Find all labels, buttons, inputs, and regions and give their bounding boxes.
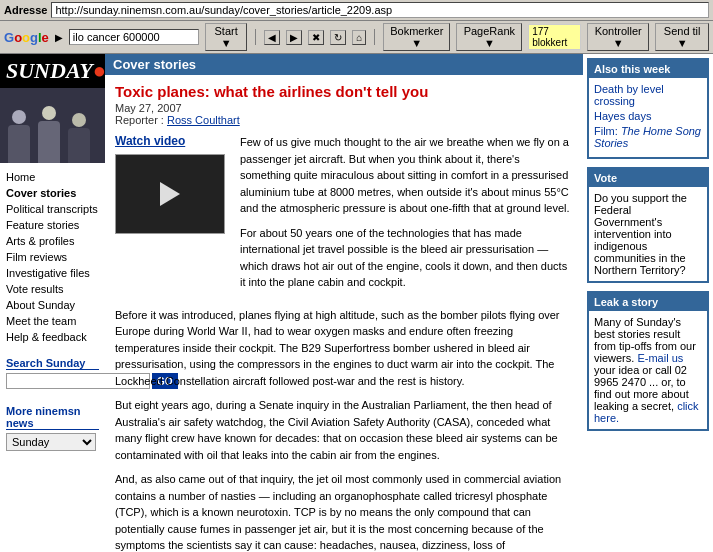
google-search-input[interactable]: [69, 29, 199, 45]
also-this-week-content: Death by level crossing Hayes days Film:…: [589, 78, 707, 157]
video-section: Watch video: [115, 134, 230, 299]
nav-film-reviews[interactable]: Film reviews: [6, 249, 105, 265]
toolbar: Google ▶ Start ▼ ◀ ▶ ✖ ↻ ⌂ Bokmerker ▼ P…: [0, 21, 713, 54]
nav-vote-results[interactable]: Vote results: [6, 281, 105, 297]
watch-video-link[interactable]: Watch video: [115, 134, 230, 148]
reporter-link[interactable]: Ross Coulthart: [167, 114, 240, 126]
cover-header: Cover stories: [105, 54, 583, 75]
also-this-week-header: Also this week: [589, 60, 707, 78]
article-reporter: Reporter : Ross Coulthart: [115, 114, 573, 126]
more-news-section: More ninemsn news Sunday News Sport Fina…: [0, 399, 105, 457]
search-label: Search Sunday: [6, 357, 99, 370]
also-link-3[interactable]: Film: The Home Song Stories: [594, 125, 702, 149]
address-label: Adresse: [4, 4, 47, 16]
pagerank-button[interactable]: PageRank ▼: [456, 23, 522, 51]
stop-button[interactable]: ✖: [308, 30, 324, 45]
article-top: Watch video Few of us give much thought …: [115, 134, 573, 299]
nav-cover-stories[interactable]: Cover stories: [6, 185, 105, 201]
more-news-select[interactable]: Sunday News Sport Finance: [6, 433, 96, 451]
main-wrap: SUNDAY● Home Cove: [0, 54, 713, 552]
also-link-2[interactable]: Hayes days: [594, 110, 702, 122]
person-2: [35, 106, 63, 163]
vote-content: Do you support the Federal Government's …: [589, 187, 707, 281]
address-bar: Adresse: [0, 0, 713, 21]
right-sidebar: Also this week Death by level crossing H…: [583, 54, 713, 552]
article-area: Toxic planes: what the airlines don't te…: [105, 75, 583, 552]
home-button[interactable]: ⌂: [352, 30, 366, 45]
logo-text: SUNDAY: [6, 58, 93, 83]
bookmarks-button[interactable]: Bokmerker ▼: [383, 23, 450, 51]
send-button[interactable]: Send til ▼: [655, 23, 709, 51]
logo-area: SUNDAY●: [0, 54, 105, 88]
logo-photo: [0, 88, 105, 163]
leak-click-link[interactable]: click here.: [594, 400, 699, 424]
nav-meet-team[interactable]: Meet the team: [6, 313, 105, 329]
more-news-label: More ninemsn news: [6, 405, 99, 430]
nav-political-transcripts[interactable]: Political transcripts: [6, 201, 105, 217]
article-content-continued: Before it was introduced, planes flying …: [115, 307, 573, 553]
sunday-logo: SUNDAY●: [6, 58, 106, 83]
kontroller-button[interactable]: Kontroller ▼: [587, 23, 649, 51]
google-logo: Google: [4, 30, 49, 45]
article-title: Toxic planes: what the airlines don't te…: [115, 83, 573, 100]
leak-email-link[interactable]: E-mail us: [637, 352, 683, 364]
nav-investigative-files[interactable]: Investigative files: [6, 265, 105, 281]
cursor-icon: ▶: [55, 32, 63, 43]
separator2: [374, 29, 375, 45]
vote-box: Vote Do you support the Federal Governme…: [587, 167, 709, 283]
article-para-2: For about 50 years one of the technologi…: [240, 225, 573, 291]
article-para-4: But eight years ago, during a Senate inq…: [115, 397, 573, 463]
forward-button[interactable]: ▶: [286, 30, 302, 45]
leak-box: Leak a story Many of Sunday's best stori…: [587, 291, 709, 431]
person-1: [5, 110, 33, 163]
play-button-icon: [160, 182, 180, 206]
reporter-label: Reporter :: [115, 114, 164, 126]
video-thumbnail[interactable]: [115, 154, 225, 234]
also-link-1[interactable]: Death by level crossing: [594, 83, 702, 107]
people-photo: [0, 88, 105, 163]
search-section: Search Sunday GO: [0, 351, 105, 395]
address-input[interactable]: [51, 2, 709, 18]
search-row: GO: [6, 373, 99, 389]
nav-menu: Home Cover stories Political transcripts…: [0, 163, 105, 345]
article-date: May 27, 2007: [115, 102, 573, 114]
start-button[interactable]: Start ▼: [205, 23, 248, 51]
nav-about-sunday[interactable]: About Sunday: [6, 297, 105, 313]
article-content: Few of us give much thought to the air w…: [240, 134, 573, 299]
leak-content: Many of Sunday's best stories result fro…: [589, 311, 707, 429]
person-3: [65, 113, 93, 163]
refresh-button[interactable]: ↻: [330, 30, 346, 45]
separator: [255, 29, 256, 45]
blocked-count: 177 blokkert: [528, 24, 581, 50]
back-button[interactable]: ◀: [264, 30, 280, 45]
nav-help-feedback[interactable]: Help & feedback: [6, 329, 105, 345]
vote-header: Vote: [589, 169, 707, 187]
also-this-week-box: Also this week Death by level crossing H…: [587, 58, 709, 159]
article-para-1: Few of us give much thought to the air w…: [240, 134, 573, 217]
article-para-3: Before it was introduced, planes flying …: [115, 307, 573, 390]
leak-header: Leak a story: [589, 293, 707, 311]
vote-question: Do you support the Federal Government's …: [594, 192, 687, 276]
nav-home[interactable]: Home: [6, 169, 105, 185]
nav-arts-profiles[interactable]: Arts & profiles: [6, 233, 105, 249]
nav-feature-stories[interactable]: Feature stories: [6, 217, 105, 233]
left-sidebar: SUNDAY● Home Cove: [0, 54, 105, 552]
article-para-5: And, as also came out of that inquiry, t…: [115, 471, 573, 552]
content-area: Cover stories Toxic planes: what the air…: [105, 54, 583, 552]
